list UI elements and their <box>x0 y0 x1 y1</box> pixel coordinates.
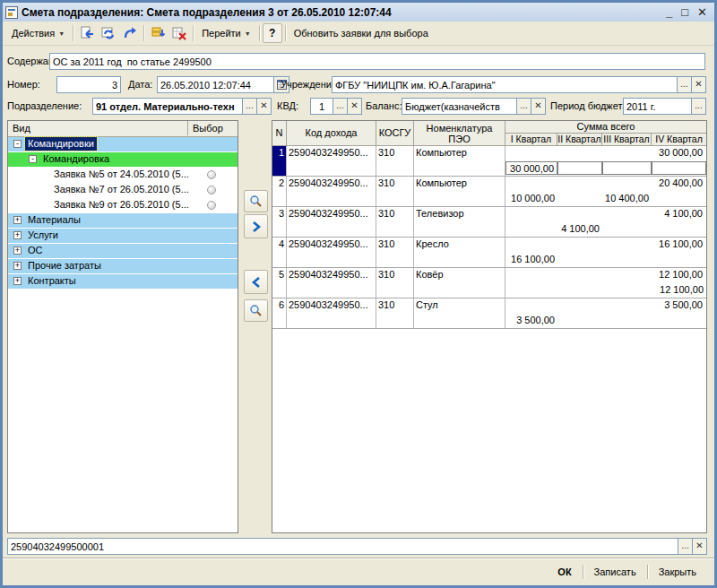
tree-item[interactable]: +Контракты <box>8 274 238 290</box>
cell-q4[interactable] <box>652 222 706 236</box>
cell-q4[interactable] <box>652 314 706 327</box>
cell-q4[interactable] <box>652 161 706 175</box>
tree-item[interactable]: Заявка №5 от 24.05.2010 (5... <box>8 168 238 183</box>
institution-input[interactable] <box>332 76 678 93</box>
expand-icon[interactable]: + <box>13 216 22 224</box>
cell-code[interactable]: 2590403249950... <box>287 177 376 206</box>
institution-select-button[interactable]: ... <box>678 76 692 93</box>
cell-q2[interactable] <box>557 283 602 297</box>
balance-select-button[interactable]: ... <box>517 98 531 115</box>
refresh-button[interactable] <box>98 23 119 43</box>
transfer-button[interactable] <box>119 23 141 43</box>
income-code-clear-button[interactable]: ✕ <box>693 538 707 555</box>
cell-kosgu[interactable]: 310 <box>376 298 414 328</box>
cell-n[interactable]: 3 <box>272 207 287 237</box>
col-header-q2[interactable]: II Квартал <box>557 134 602 146</box>
expand-icon[interactable]: + <box>13 231 22 239</box>
goto-menu-button[interactable]: Перейти ▼ <box>196 23 256 43</box>
cell-n[interactable]: 1 <box>272 146 287 176</box>
table-row[interactable]: 52590403249950...310Ковёр12 100,0012 100… <box>272 268 706 298</box>
col-header-n[interactable]: N <box>272 121 287 146</box>
cell-n[interactable]: 2 <box>272 177 287 206</box>
minimize-icon[interactable]: _ <box>666 6 672 19</box>
kvd-clear-button[interactable]: ✕ <box>348 98 362 115</box>
expand-icon[interactable]: + <box>13 262 22 270</box>
col-header-kosgu[interactable]: КОСГУ <box>376 121 414 146</box>
cell-q1[interactable]: 16 100,00 <box>505 253 557 266</box>
cell-q4[interactable] <box>652 192 706 205</box>
cell-nomenclature[interactable]: Ковёр <box>414 268 505 298</box>
choice-indicator-icon[interactable] <box>207 201 216 210</box>
institution-clear-button[interactable]: ✕ <box>692 76 706 93</box>
income-code-input[interactable] <box>7 538 678 555</box>
tree-item[interactable]: +Услуги <box>8 229 238 244</box>
cell-total-group[interactable]: 30 000,0030 000,00 <box>505 146 706 176</box>
cell-q1[interactable] <box>505 222 557 236</box>
balance-clear-button[interactable]: ✕ <box>531 98 546 115</box>
cell-kosgu[interactable]: 310 <box>376 146 414 176</box>
col-header-q1[interactable]: I Квартал <box>505 134 557 146</box>
cell-q4[interactable] <box>652 253 706 266</box>
table-row[interactable]: 22590403249950...310Компьютер20 400,0010… <box>272 177 706 207</box>
kvd-select-button[interactable]: ... <box>333 98 348 115</box>
actions-menu-button[interactable]: Действия ▼ <box>6 23 70 43</box>
income-code-select-button[interactable]: ... <box>678 538 693 555</box>
col-header-total-group[interactable]: Сумма всего <box>505 121 706 134</box>
cell-n[interactable]: 4 <box>272 238 287 267</box>
ok-button[interactable]: ОК <box>547 564 582 580</box>
budget-period-input[interactable] <box>623 98 692 115</box>
maximize-icon[interactable]: □ <box>681 6 688 19</box>
reread-document-button[interactable] <box>76 23 98 43</box>
tree-item[interactable]: -Командировка <box>8 152 238 168</box>
cell-q3[interactable]: 10 400,00 <box>602 192 652 205</box>
tree-item[interactable]: +ОС <box>8 244 238 259</box>
expand-icon[interactable]: + <box>13 246 22 255</box>
department-clear-button[interactable]: ✕ <box>257 98 272 115</box>
tree-item[interactable]: -Командировки <box>8 137 238 152</box>
number-input[interactable] <box>56 76 121 93</box>
cell-code[interactable]: 2590403249950... <box>287 298 376 328</box>
cell-q3[interactable] <box>602 253 652 266</box>
cell-total-group[interactable]: 3 500,003 500,00 <box>505 298 706 328</box>
choice-indicator-icon[interactable] <box>207 170 216 179</box>
cell-q2[interactable] <box>557 253 602 266</box>
move-right-button[interactable] <box>244 214 268 238</box>
cell-nomenclature[interactable]: Стул <box>414 298 505 328</box>
collapse-icon[interactable]: - <box>29 155 37 163</box>
tree-item[interactable]: Заявка №9 от 26.05.2010 (5... <box>8 198 238 213</box>
cell-n[interactable]: 6 <box>272 298 287 328</box>
budget-period-select-button[interactable]: ... <box>692 98 706 115</box>
department-input[interactable] <box>92 98 243 115</box>
tree-item[interactable]: Заявка №7 от 26.05.2010 (5... <box>8 183 238 198</box>
cell-kosgu[interactable]: 310 <box>376 238 414 267</box>
update-requests-button[interactable]: Обновить заявки для выбора <box>289 23 434 43</box>
collapse-icon[interactable]: - <box>13 140 22 148</box>
table-row[interactable]: 32590403249950...310Телевизор4 100,004 1… <box>272 207 706 238</box>
cell-kosgu[interactable]: 310 <box>376 268 414 298</box>
cell-q1[interactable] <box>505 283 557 297</box>
cell-total-group[interactable]: 4 100,004 100,00 <box>505 207 706 237</box>
table-row[interactable]: 62590403249950...310Стул3 500,003 500,00 <box>272 298 706 329</box>
tree-item[interactable]: +Материалы <box>8 213 238 229</box>
cell-kosgu[interactable]: 310 <box>376 207 414 237</box>
date-input[interactable] <box>157 76 274 93</box>
cell-q3[interactable] <box>602 314 652 327</box>
cell-total-group[interactable]: 16 100,0016 100,00 <box>505 238 706 267</box>
col-header-q3[interactable]: III Квартал <box>602 134 652 146</box>
help-button[interactable]: ? <box>263 23 282 43</box>
kvd-input[interactable] <box>310 98 333 115</box>
cell-code[interactable]: 2590403249950... <box>287 207 376 237</box>
copy-rows-button[interactable] <box>147 23 168 43</box>
cell-code[interactable]: 2590403249950... <box>287 146 376 176</box>
cell-kosgu[interactable]: 310 <box>376 177 414 206</box>
move-left-button[interactable] <box>244 270 268 294</box>
close-icon[interactable]: ✕ <box>697 6 707 19</box>
cell-code[interactable]: 2590403249950... <box>287 238 376 267</box>
cell-n[interactable]: 5 <box>272 268 287 298</box>
cell-q2[interactable] <box>557 161 602 175</box>
col-header-nomenclature[interactable]: Номенклатура ПЭО <box>414 121 505 146</box>
cell-q1[interactable]: 10 000,00 <box>505 192 557 205</box>
cell-total-group[interactable]: 12 100,0012 100,00 <box>505 268 706 298</box>
cell-q1[interactable]: 3 500,00 <box>505 314 557 327</box>
cell-total-group[interactable]: 20 400,0010 000,0010 400,00 <box>505 177 706 206</box>
